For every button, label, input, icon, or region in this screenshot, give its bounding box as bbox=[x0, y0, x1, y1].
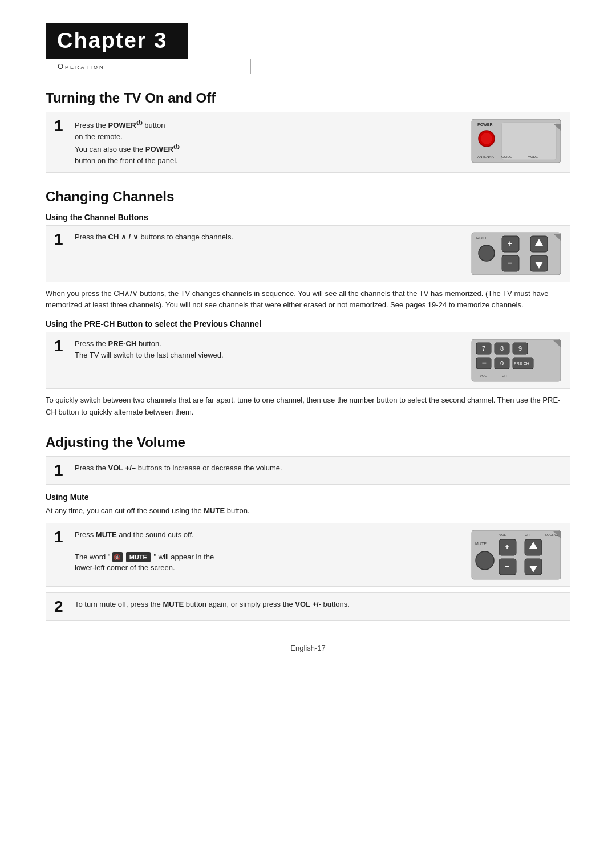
svg-text:CH: CH bbox=[502, 374, 507, 377]
power-bold2: POWER bbox=[145, 145, 173, 154]
svg-text:VOL: VOL bbox=[480, 374, 487, 377]
power-bold: POWER bbox=[108, 121, 136, 129]
volume-title: Adjusting the Volume bbox=[46, 434, 570, 450]
turning-step1-content: Press the POWER⏻ button on the remote. Y… bbox=[75, 118, 463, 166]
turning-step1-image: POWER ANTENNA GUIDE MODE bbox=[471, 118, 562, 164]
svg-text:CH: CH bbox=[525, 533, 530, 537]
footer-text: English-17 bbox=[290, 644, 325, 652]
prech-bold: PRE-CH bbox=[108, 339, 137, 348]
mute-bold1: MUTE bbox=[96, 530, 117, 539]
using-channel-buttons-title: Using the Channel Buttons bbox=[46, 213, 570, 222]
changing-body: When you press the CH∧/∨ buttons, the TV… bbox=[46, 288, 570, 312]
section-changing: Changing Channels Using the Channel Butt… bbox=[46, 189, 570, 419]
svg-text:8: 8 bbox=[500, 345, 504, 352]
chapter-subtitle: Operation bbox=[58, 62, 104, 71]
step-number-vol1: 1 bbox=[54, 462, 67, 478]
step-number-mute2: 2 bbox=[54, 599, 67, 615]
channel-step1-content: Press the CH ∧ / ∨ buttons to change cha… bbox=[75, 231, 463, 243]
svg-text:–: – bbox=[508, 258, 512, 267]
svg-text:MUTE: MUTE bbox=[475, 542, 487, 546]
svg-text:0: 0 bbox=[500, 360, 504, 367]
mute-intro: At any time, you can cut off the sound u… bbox=[46, 505, 570, 517]
step-number-prech: 1 bbox=[54, 338, 67, 354]
svg-text:MODE: MODE bbox=[528, 155, 538, 159]
mute-intro-bold: MUTE bbox=[204, 506, 225, 515]
mute-badge: MUTE bbox=[126, 552, 151, 563]
svg-rect-4 bbox=[502, 123, 556, 160]
svg-text:PRE-CH: PRE-CH bbox=[514, 362, 529, 365]
prech-step1: 1 Press the PRE-CH button. The TV will s… bbox=[46, 332, 570, 389]
prech-step1-content: Press the PRE-CH button. The TV will swi… bbox=[75, 338, 463, 360]
mute-remote-svg: VOL CH SOURCE MUTE + – bbox=[471, 529, 562, 580]
svg-text:9: 9 bbox=[518, 345, 522, 352]
volume-step1: 1 Press the VOL +/– buttons to increase … bbox=[46, 456, 570, 485]
chapter-subtitle-box: Operation bbox=[46, 59, 251, 74]
power-sup: ⏻ bbox=[136, 119, 143, 126]
svg-point-3 bbox=[481, 133, 492, 144]
mute-step1: 1 Press MUTE and the sound cuts off. The… bbox=[46, 523, 570, 587]
prech-step1-image: 7 8 9 – 0 PRE-CH VOL CH bbox=[471, 338, 562, 383]
svg-text:ANTENNA: ANTENNA bbox=[477, 155, 494, 159]
svg-text:–: – bbox=[505, 562, 509, 571]
turning-step1: 1 Press the POWER⏻ button on the remote.… bbox=[46, 112, 570, 173]
svg-text:+: + bbox=[505, 542, 509, 551]
footer: English-17 bbox=[46, 644, 570, 652]
using-mute-title: Using Mute bbox=[46, 493, 570, 502]
channel-step1-image: MUTE + – bbox=[471, 231, 562, 276]
svg-text:–: – bbox=[482, 358, 487, 367]
power-sup2: ⏻ bbox=[173, 143, 180, 150]
changing-body2: To quickly switch between two channels t… bbox=[46, 395, 570, 419]
mute-step1-image: VOL CH SOURCE MUTE + – bbox=[471, 529, 562, 580]
vol-bold: VOL +/– bbox=[108, 464, 136, 472]
chapter-title: Chapter 3 bbox=[57, 29, 167, 52]
changing-title: Changing Channels bbox=[46, 189, 570, 205]
channel-step1: 1 Press the CH ∧ / ∨ buttons to change c… bbox=[46, 225, 570, 282]
svg-text:+: + bbox=[508, 239, 512, 248]
step-number-mute1: 1 bbox=[54, 529, 67, 545]
chapter-title-box: Chapter 3 bbox=[46, 23, 188, 59]
section-volume: Adjusting the Volume 1 Press the VOL +/–… bbox=[46, 434, 570, 621]
svg-text:7: 7 bbox=[482, 345, 485, 352]
mute-icon-svg: 🔇 bbox=[112, 552, 123, 562]
pre-ch-title: Using the PRE-CH Button to select the Pr… bbox=[46, 319, 570, 328]
volume-step1-content: Press the VOL +/– buttons to increase or… bbox=[75, 462, 562, 474]
prech-remote-svg: 7 8 9 – 0 PRE-CH VOL CH bbox=[471, 338, 562, 383]
mute-step1-content: Press MUTE and the sound cuts off. The w… bbox=[75, 529, 463, 574]
step-number-ch1: 1 bbox=[54, 231, 67, 247]
svg-text:🔇: 🔇 bbox=[114, 554, 121, 561]
ch-bold: CH ∧ / ∨ bbox=[108, 233, 139, 241]
svg-text:MUTE: MUTE bbox=[476, 236, 488, 240]
svg-text:GUIDE: GUIDE bbox=[501, 155, 512, 159]
chapter-header: Chapter 3 Operation bbox=[46, 23, 570, 74]
mute-step2-content: To turn mute off, press the MUTE button … bbox=[75, 599, 562, 610]
mute-step2: 2 To turn mute off, press the MUTE butto… bbox=[46, 592, 570, 621]
section-turning: Turning the TV On and Off 1 Press the PO… bbox=[46, 90, 570, 173]
svg-text:VOL: VOL bbox=[499, 533, 506, 537]
vol-bold2: VOL +/- bbox=[295, 600, 321, 608]
step-number-1: 1 bbox=[54, 118, 67, 134]
channel-remote-svg: MUTE + – bbox=[471, 231, 562, 276]
svg-text:POWER: POWER bbox=[477, 123, 492, 127]
svg-point-44 bbox=[476, 551, 494, 570]
mute-bold2: MUTE bbox=[163, 600, 184, 608]
svg-point-11 bbox=[479, 245, 495, 261]
turning-title: Turning the TV On and Off bbox=[46, 90, 570, 106]
power-remote-svg: POWER ANTENNA GUIDE MODE bbox=[471, 118, 562, 164]
